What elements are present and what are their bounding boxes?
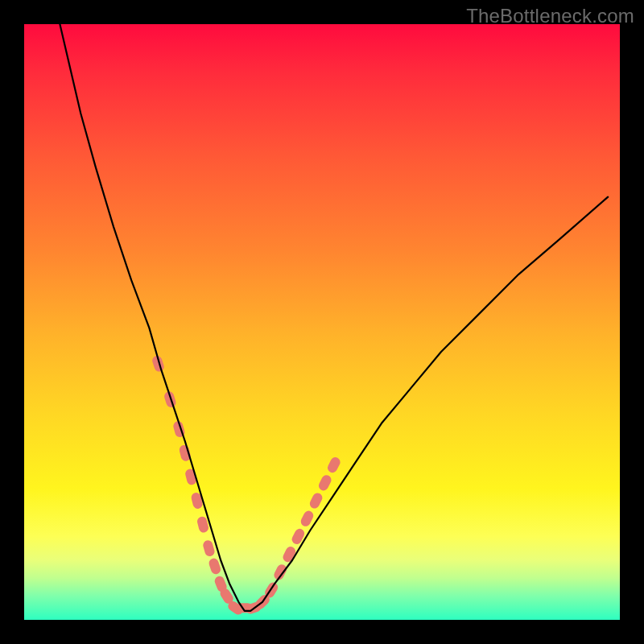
bottleneck-curve xyxy=(60,24,608,611)
chart-frame xyxy=(24,24,620,620)
marker-pill xyxy=(308,491,324,510)
marker-pill xyxy=(291,527,307,546)
marker-pill xyxy=(272,563,288,581)
marker-pill xyxy=(326,456,342,474)
marker-pill xyxy=(317,473,333,492)
marker-pill xyxy=(202,539,216,558)
marker-pill xyxy=(163,390,177,409)
watermark-text: TheBottleneck.com xyxy=(466,5,634,27)
chart-svg xyxy=(24,24,620,620)
markers-group xyxy=(151,354,342,616)
